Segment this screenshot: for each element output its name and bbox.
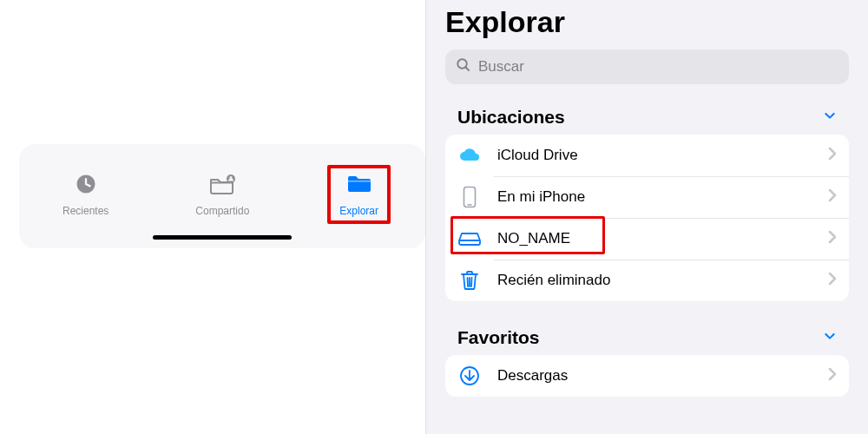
chevron-right-icon xyxy=(828,188,837,206)
drive-icon xyxy=(457,231,482,247)
favorite-item-downloads[interactable]: Descargas xyxy=(445,355,849,397)
search-placeholder: Buscar xyxy=(478,58,524,76)
right-pane: Explorar Buscar Ubicaciones iCloud Drive xyxy=(425,0,868,434)
location-label-iphone: En mi iPhone xyxy=(497,188,812,206)
download-icon xyxy=(457,365,482,386)
clock-icon xyxy=(74,172,98,200)
section-title-favorites: Favoritos xyxy=(457,327,540,348)
section-header-favorites[interactable]: Favoritos xyxy=(445,327,849,355)
location-item-iphone[interactable]: En mi iPhone xyxy=(445,176,849,218)
tab-recents[interactable]: Recientes xyxy=(54,168,117,220)
chevron-right-icon xyxy=(828,230,837,247)
svg-line-10 xyxy=(468,278,469,286)
tab-browse[interactable]: Explorar xyxy=(327,165,391,224)
search-input[interactable]: Buscar xyxy=(445,49,849,84)
chevron-down-icon xyxy=(823,329,837,346)
location-item-trash[interactable]: Recién eliminado xyxy=(445,260,849,301)
tab-recents-label: Recientes xyxy=(62,205,108,217)
bottom-tabbar-card: Recientes Compartido xyxy=(19,144,425,248)
chevron-down-icon xyxy=(823,108,837,126)
cloud-icon xyxy=(457,147,482,164)
iphone-icon xyxy=(457,186,482,208)
shared-folder-icon xyxy=(209,172,235,200)
tab-shared-label: Compartido xyxy=(195,205,249,217)
location-item-icloud[interactable]: iCloud Drive xyxy=(445,135,849,176)
location-label-trash: Recién eliminado xyxy=(497,272,812,289)
chevron-right-icon xyxy=(828,272,837,289)
folder-icon xyxy=(346,172,372,200)
favorite-label-downloads: Descargas xyxy=(497,367,812,385)
svg-line-6 xyxy=(465,67,469,70)
home-indicator[interactable] xyxy=(153,235,292,240)
chevron-right-icon xyxy=(828,367,837,385)
section-header-locations[interactable]: Ubicaciones xyxy=(445,107,849,135)
tab-browse-label: Explorar xyxy=(339,205,378,217)
trash-icon xyxy=(457,270,482,291)
tab-shared[interactable]: Compartido xyxy=(187,168,258,220)
chevron-right-icon xyxy=(828,147,837,164)
svg-line-12 xyxy=(471,278,472,286)
svg-rect-4 xyxy=(348,181,371,182)
location-label-icloud: iCloud Drive xyxy=(497,147,812,164)
locations-list: iCloud Drive En mi iPhone xyxy=(445,135,849,301)
location-item-noname[interactable]: NO_NAME xyxy=(445,218,849,260)
bottom-tabbar: Recientes Compartido xyxy=(19,144,425,235)
favorites-list: Descargas xyxy=(445,355,849,397)
section-title-locations: Ubicaciones xyxy=(457,107,565,128)
svg-rect-7 xyxy=(464,187,476,207)
search-icon xyxy=(456,57,471,76)
location-label-noname: NO_NAME xyxy=(497,230,812,247)
left-pane: Recientes Compartido xyxy=(0,0,425,434)
page-title: Explorar xyxy=(445,0,849,49)
